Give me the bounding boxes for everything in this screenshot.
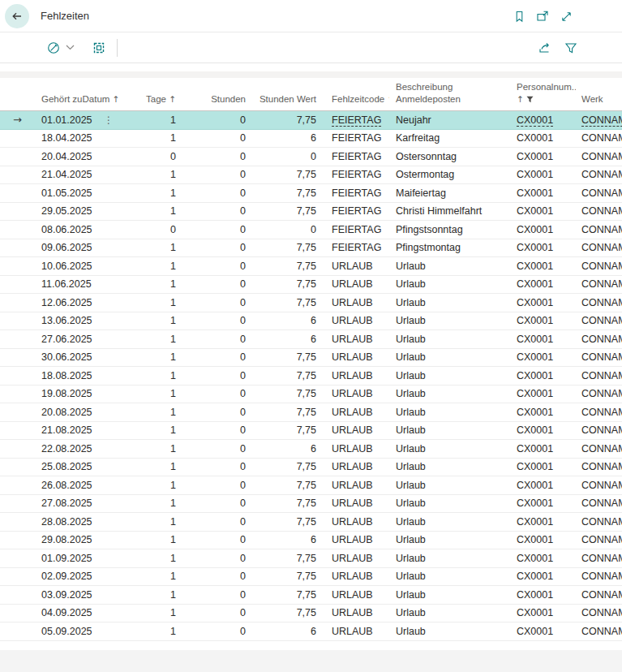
cell-fehlzeitcode[interactable]: URLAUB	[318, 294, 389, 312]
cell-werk[interactable]: CONNAM	[576, 458, 622, 476]
cell-personalnummer[interactable]: CX0001	[511, 567, 576, 585]
cell-werk[interactable]: CONNAM	[576, 221, 622, 239]
cell-fehlzeitcode[interactable]: URLAUB	[318, 586, 389, 604]
table-row[interactable]: 18.08.2025107,75URLAUBUrlaubCX0001CONNAM	[0, 367, 622, 386]
cell-fehlzeitcode[interactable]: FEIERTAG	[318, 184, 389, 202]
cell-personalnummer[interactable]: CX0001	[511, 494, 576, 512]
cell-fehlzeitcode[interactable]: URLAUB	[318, 385, 389, 403]
cell-personalnummer[interactable]: CX0001	[511, 166, 576, 183]
cell-fehlzeitcode[interactable]: FEIERTAG	[318, 166, 389, 183]
bookmark-button[interactable]	[513, 10, 525, 23]
table-row[interactable]: 13.06.2025106URLAUBUrlaubCX0001CONNAM	[0, 312, 622, 331]
cell-fehlzeitcode[interactable]: URLAUB	[318, 604, 389, 622]
cell-personalnummer[interactable]: CX0001	[511, 111, 576, 129]
column-header-personalnummer[interactable]: Personalnum...↑	[511, 81, 576, 110]
row-menu-button[interactable]: ⋮	[104, 111, 114, 129]
cell-werk[interactable]: CONNAM	[576, 476, 622, 494]
table-row[interactable]: 27.06.2025106URLAUBUrlaubCX0001CONNAM	[0, 330, 622, 349]
cell-personalnummer[interactable]: CX0001	[511, 513, 576, 531]
cell-personalnummer[interactable]: CX0001	[511, 294, 576, 312]
cell-personalnummer[interactable]: CX0001	[511, 531, 576, 549]
cell-fehlzeitcode[interactable]: FEIERTAG	[318, 129, 389, 147]
cell-fehlzeitcode[interactable]: FEIERTAG	[318, 148, 389, 166]
cell-fehlzeitcode[interactable]: FEIERTAG	[318, 202, 389, 220]
cell-fehlzeitcode[interactable]: URLAUB	[318, 567, 389, 585]
table-row[interactable]: 11.06.2025107,75URLAUBUrlaubCX0001CONNAM	[0, 276, 622, 295]
cell-werk[interactable]: CONNAM	[576, 622, 622, 640]
cell-fehlzeitcode[interactable]: URLAUB	[318, 549, 389, 567]
cell-fehlzeitcode[interactable]: FEIERTAG	[318, 111, 389, 129]
table-row[interactable]: 03.09.2025107,75URLAUBUrlaubCX0001CONNAM	[0, 586, 622, 605]
table-row[interactable]: 30.06.2025107,75URLAUBUrlaubCX0001CONNAM	[0, 349, 622, 368]
column-header-werk[interactable]: Werk	[576, 93, 622, 110]
cell-fehlzeitcode[interactable]: URLAUB	[318, 531, 389, 549]
table-row[interactable]: 27.08.2025107,75URLAUBUrlaubCX0001CONNAM	[0, 495, 622, 514]
cell-personalnummer[interactable]: CX0001	[511, 184, 576, 202]
cell-personalnummer[interactable]: CX0001	[511, 348, 576, 366]
cell-werk[interactable]: CONNAM	[576, 586, 622, 604]
cell-personalnummer[interactable]: CX0001	[511, 239, 576, 256]
cell-fehlzeitcode[interactable]: URLAUB	[318, 312, 389, 330]
cell-werk[interactable]: CONNAM	[576, 440, 622, 458]
cell-personalnummer[interactable]: CX0001	[511, 549, 576, 567]
cell-werk[interactable]: CONNAM	[576, 148, 622, 166]
table-row[interactable]: 08.06.2025000FEIERTAGPfingstsonntagCX000…	[0, 221, 622, 239]
cell-werk[interactable]: CONNAM	[576, 239, 622, 256]
cell-personalnummer[interactable]: CX0001	[511, 367, 576, 385]
table-row[interactable]: 09.06.2025107,75FEIERTAGPfingstmontagCX0…	[0, 239, 622, 258]
edit-toggle-button[interactable]	[47, 41, 60, 54]
cell-personalnummer[interactable]: CX0001	[511, 257, 576, 275]
table-row[interactable]: 26.08.2025107,75URLAUBUrlaubCX0001CONNAM	[0, 476, 622, 495]
cell-werk[interactable]: CONNAM	[576, 166, 622, 183]
column-header-stunden_wert[interactable]: Stunden Wert	[247, 93, 318, 110]
cell-werk[interactable]: CONNAM	[576, 257, 622, 275]
table-row[interactable]: 20.04.2025000FEIERTAGOstersonntagCX0001C…	[0, 148, 622, 166]
edit-toggle-dropdown[interactable]	[63, 41, 76, 54]
table-row[interactable]: 02.09.2025107,75URLAUBUrlaubCX0001CONNAM	[0, 568, 622, 587]
back-button[interactable]	[5, 4, 29, 28]
cell-personalnummer[interactable]: CX0001	[511, 458, 576, 476]
cell-fehlzeitcode[interactable]: URLAUB	[318, 348, 389, 366]
cell-werk[interactable]: CONNAM	[576, 403, 622, 421]
cell-fehlzeitcode[interactable]: URLAUB	[318, 494, 389, 512]
table-row[interactable]: 18.04.2025106FEIERTAGKarfreitagCX0001CON…	[0, 130, 622, 149]
filter-button[interactable]	[564, 41, 577, 54]
cell-werk[interactable]: CONNAM	[576, 531, 622, 549]
expand-button[interactable]	[560, 10, 573, 23]
cell-personalnummer[interactable]: CX0001	[511, 403, 576, 421]
cell-personalnummer[interactable]: CX0001	[511, 421, 576, 439]
cell-werk[interactable]: CONNAM	[576, 184, 622, 202]
cell-fehlzeitcode[interactable]: FEIERTAG	[318, 239, 389, 256]
cell-fehlzeitcode[interactable]: URLAUB	[318, 403, 389, 421]
table-row[interactable]: 28.08.2025107,75URLAUBUrlaubCX0001CONNAM	[0, 513, 622, 532]
cell-werk[interactable]: CONNAM	[576, 567, 622, 585]
cell-personalnummer[interactable]: CX0001	[511, 440, 576, 458]
cell-werk[interactable]: CONNAM	[576, 202, 622, 220]
cell-werk[interactable]: CONNAM	[576, 604, 622, 622]
cell-personalnummer[interactable]: CX0001	[511, 129, 576, 147]
cell-werk[interactable]: CONNAM	[576, 111, 622, 129]
cell-werk[interactable]: CONNAM	[576, 367, 622, 385]
cell-personalnummer[interactable]: CX0001	[511, 330, 576, 348]
table-row[interactable]: 05.09.2025106URLAUBUrlaubCX0001CONNAM	[0, 622, 622, 641]
cell-personalnummer[interactable]: CX0001	[511, 221, 576, 239]
cell-personalnummer[interactable]: CX0001	[511, 148, 576, 166]
table-row[interactable]: 04.09.2025107,75URLAUBUrlaubCX0001CONNAM	[0, 605, 622, 623]
column-header-datum[interactable]: Gehört zuDatum ↑	[36, 93, 122, 110]
cell-fehlzeitcode[interactable]: URLAUB	[318, 421, 389, 439]
table-row[interactable]: 20.08.2025107,75URLAUBUrlaubCX0001CONNAM	[0, 403, 622, 422]
table-row[interactable]: 29.05.2025107,75FEIERTAGChristi Himmelfa…	[0, 203, 622, 222]
cell-werk[interactable]: CONNAM	[576, 385, 622, 403]
cell-personalnummer[interactable]: CX0001	[511, 312, 576, 330]
cell-fehlzeitcode[interactable]: URLAUB	[318, 458, 389, 476]
cell-personalnummer[interactable]: CX0001	[511, 476, 576, 494]
cell-personalnummer[interactable]: CX0001	[511, 604, 576, 622]
cell-werk[interactable]: CONNAM	[576, 275, 622, 293]
table-row[interactable]: 10.06.2025107,75URLAUBUrlaubCX0001CONNAM	[0, 257, 622, 276]
table-row[interactable]: 21.04.2025107,75FEIERTAGOstermontagCX000…	[0, 166, 622, 185]
cell-fehlzeitcode[interactable]: URLAUB	[318, 330, 389, 348]
cell-werk[interactable]: CONNAM	[576, 330, 622, 348]
cell-personalnummer[interactable]: CX0001	[511, 202, 576, 220]
cell-fehlzeitcode[interactable]: URLAUB	[318, 476, 389, 494]
cell-werk[interactable]: CONNAM	[576, 129, 622, 147]
